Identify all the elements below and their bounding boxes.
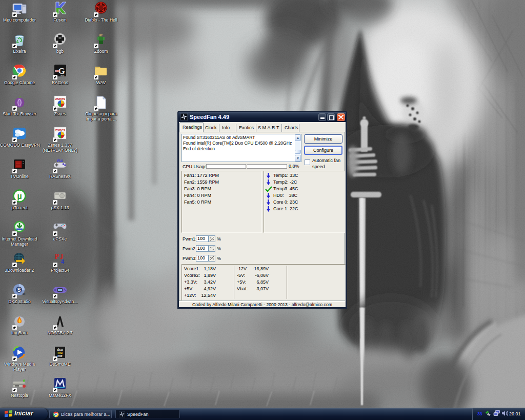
svg-text:st: st xyxy=(23,292,25,295)
svg-text:µ: µ xyxy=(17,192,22,201)
svg-text:ens: ens xyxy=(60,74,65,77)
svg-text:zsnes: zsnes xyxy=(55,128,66,132)
svg-text:RA: RA xyxy=(57,158,63,163)
svg-text:me: me xyxy=(57,354,63,357)
svg-text:4: 4 xyxy=(61,258,65,265)
svg-text:zsnes: zsnes xyxy=(55,97,66,101)
svg-text:S: S xyxy=(17,287,21,293)
svg-text:P: P xyxy=(55,253,59,261)
svg-text:RA: RA xyxy=(55,69,59,72)
